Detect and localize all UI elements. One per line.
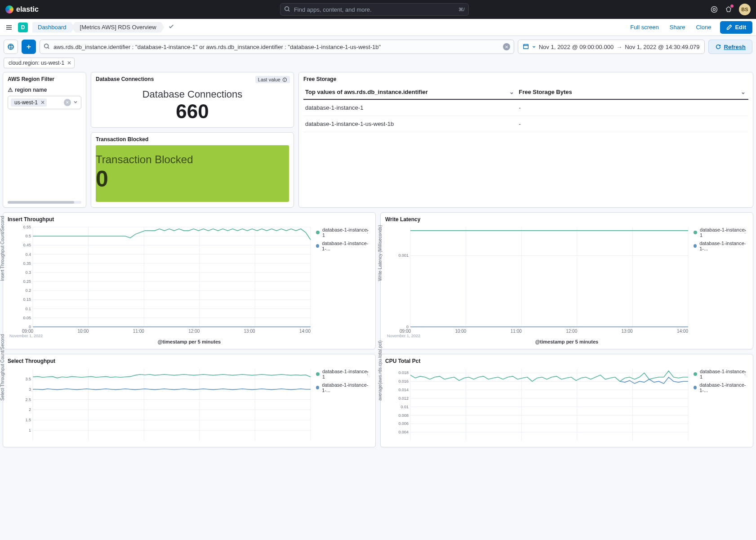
svg-text:0.25: 0.25 — [23, 279, 31, 284]
pencil-icon — [726, 24, 732, 30]
edit-button[interactable]: Edit — [720, 21, 752, 34]
region-selected-pill[interactable]: us-west-1 ✕ — [11, 98, 47, 107]
x-ticks: 09:0010:0011:0012:0013:0014:00 — [398, 329, 690, 334]
chart-area[interactable]: 00.050.10.150.20.250.30.350.40.450.50.55 — [20, 225, 312, 329]
legend-item[interactable]: database-1-instance-1 — [316, 227, 371, 238]
chart-legend: database-1-instance-1database-1-instance… — [312, 225, 371, 329]
search-placeholder: Find apps, content, and more. — [294, 6, 372, 13]
chart-area[interactable]: 11.522.533.5 — [20, 367, 312, 442]
panel-title: Transaction Blocked — [96, 136, 289, 143]
chevron-down-icon — [532, 44, 536, 50]
calendar-icon — [523, 43, 529, 51]
legend-label: database-1-instance-1 — [700, 369, 748, 379]
x-sublabel: November 1, 2022 — [385, 334, 748, 338]
legend-label: database-1-instance-1-... — [699, 382, 748, 393]
query-input[interactable]: aws.rds.db_instance.identifier : "databa… — [40, 40, 514, 54]
add-filter-button[interactable] — [22, 40, 36, 54]
legend-swatch — [316, 244, 319, 248]
brand-name: elastic — [16, 5, 39, 13]
x-caption: @timestamp per 5 minutes — [385, 339, 748, 344]
legend-label: database-1-instance-1-... — [322, 241, 371, 251]
legend-label: database-1-instance-1-... — [699, 241, 748, 251]
date-to: Nov 1, 2022 @ 14:30:49.079 — [625, 44, 699, 50]
svg-text:0.008: 0.008 — [398, 413, 409, 418]
svg-text:0.01: 0.01 — [400, 405, 409, 409]
filter-chip[interactable]: cloud.region: us-west-1 ✕ — [4, 58, 75, 68]
last-value-badge[interactable]: Last value — [255, 76, 290, 83]
fullscreen-button[interactable]: Full screen — [625, 24, 664, 31]
db-connections-panel: Database Connections Last value Database… — [91, 72, 294, 128]
breadcrumb-dashboard[interactable]: Dashboard — [32, 22, 75, 33]
brand-logo[interactable]: elastic — [5, 5, 39, 13]
legend-item[interactable]: database-1-instance-1-... — [316, 241, 371, 251]
svg-point-0 — [285, 6, 289, 10]
y-axis-label: Write Latency (Milliseconds) — [378, 225, 382, 281]
svg-text:0.012: 0.012 — [398, 396, 409, 401]
chart-area[interactable]: 00.001 — [398, 225, 690, 329]
app-badge[interactable]: D — [18, 22, 28, 32]
edit-label: Edit — [735, 24, 746, 31]
table-header[interactable]: Free Storage Bytes⌄ — [517, 85, 748, 99]
chevron-down-icon: ⌄ — [741, 89, 746, 95]
table-header[interactable]: Top values of aws.rds.db_instance.identi… — [303, 85, 517, 99]
refresh-button[interactable]: Refresh — [708, 40, 752, 54]
svg-text:2.5: 2.5 — [25, 397, 31, 402]
legend-more-icon[interactable]: ⋮ — [365, 370, 370, 376]
share-button[interactable]: Share — [664, 24, 691, 31]
data-view-button[interactable] — [4, 40, 18, 54]
metric-value: 660 — [96, 100, 289, 123]
panel-title: Free Storage — [303, 76, 748, 82]
y-axis-label: average(aws.rds.cpu.total.pct) — [378, 340, 382, 401]
legend-item[interactable]: database-1-instance-1-... — [694, 382, 748, 393]
svg-text:2: 2 — [29, 407, 31, 412]
legend-item[interactable]: database-1-instance-1 — [694, 227, 748, 238]
filter-chip-label: cloud.region: us-west-1 — [9, 60, 64, 66]
scrollbar[interactable] — [8, 201, 81, 204]
legend-item[interactable]: database-1-instance-1 — [694, 369, 748, 379]
legend-item[interactable]: database-1-instance-1-... — [694, 241, 748, 251]
search-shortcut: ⌘/ — [458, 7, 465, 13]
legend-label: database-1-instance-1 — [322, 227, 371, 238]
x-ticks: 09:0010:0011:0012:0013:0014:00 — [20, 329, 312, 334]
svg-text:0.016: 0.016 — [398, 379, 409, 384]
table-row[interactable]: database-1-instance-1-us-west-1b- — [303, 116, 748, 132]
chart-legend: database-1-instance-1database-1-instance… — [312, 367, 371, 442]
cell-val: - — [517, 116, 748, 132]
clear-query-button[interactable]: ✕ — [503, 43, 510, 50]
user-avatar[interactable]: BS — [739, 4, 751, 15]
chevron-down-icon[interactable] — [73, 99, 78, 106]
newsfeed-icon[interactable] — [725, 5, 733, 13]
legend-more-icon[interactable]: ⋮ — [743, 229, 747, 235]
panel-title: Insert Throughput — [8, 216, 371, 223]
legend-more-icon[interactable]: ⋮ — [365, 229, 370, 235]
close-icon[interactable]: ✕ — [67, 60, 71, 66]
nav-menu-button[interactable] — [4, 22, 14, 33]
svg-text:0.45: 0.45 — [23, 243, 31, 247]
date-from: Nov 1, 2022 @ 09:00:00.000 — [539, 44, 614, 50]
cell-id: database-1-instance-1-us-west-1b — [303, 116, 517, 132]
legend-swatch — [694, 372, 697, 376]
svg-text:0.1: 0.1 — [25, 307, 31, 311]
y-axis-label: Insert Throughput Count/Second — [0, 216, 5, 281]
cell-val: - — [517, 99, 748, 116]
remove-pill-icon[interactable]: ✕ — [40, 99, 45, 106]
chart-legend: database-1-instance-1database-1-instance… — [690, 225, 748, 329]
panel-title: Write Latency — [385, 216, 748, 223]
svg-text:0.2: 0.2 — [25, 288, 31, 293]
clone-button[interactable]: Clone — [690, 24, 716, 31]
legend-more-icon[interactable]: ⋮ — [743, 370, 747, 376]
svg-point-2 — [713, 9, 716, 11]
region-combobox[interactable]: us-west-1 ✕ ✕ — [8, 96, 81, 109]
svg-text:3: 3 — [29, 387, 31, 392]
cpu-total-panel: CPU Total Pct average(aws.rds.cpu.total.… — [380, 354, 753, 447]
select-throughput-panel: Select Throughput Select Throughput Coun… — [3, 354, 376, 447]
breadcrumb-current: [Metrics AWS] RDS Overview — [72, 22, 165, 33]
table-row[interactable]: database-1-instance-1- — [303, 99, 748, 116]
clear-all-icon[interactable]: ✕ — [64, 99, 71, 106]
help-icon[interactable] — [710, 5, 718, 13]
date-picker[interactable]: Nov 1, 2022 @ 09:00:00.000 → Nov 1, 2022… — [518, 40, 705, 54]
legend-item[interactable]: database-1-instance-1 — [316, 369, 371, 379]
chart-area[interactable]: 0.0040.0060.0080.010.0120.0140.0160.018 — [398, 367, 690, 442]
legend-item[interactable]: database-1-instance-1-... — [316, 382, 371, 393]
global-search-input[interactable]: Find apps, content, and more. ⌘/ — [280, 3, 469, 16]
